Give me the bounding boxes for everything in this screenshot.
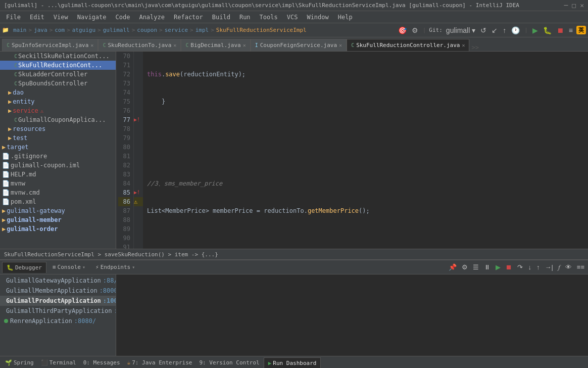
tab-spring[interactable]: 🌱 Spring	[2, 358, 37, 367]
menu-code[interactable]: Code	[112, 13, 134, 22]
debug-btn[interactable]: 🐛	[542, 26, 553, 35]
close-btn[interactable]: ✕	[580, 2, 584, 9]
sidebar-item-gulimallcoupon[interactable]: C GulimallCouponApplica...	[0, 115, 116, 124]
run-item-thirdparty[interactable]: GulimallThirdPartyApplication :30000/	[0, 306, 116, 316]
layout-btn[interactable]: ☰	[471, 263, 480, 271]
run-btn[interactable]: ▶	[531, 26, 540, 35]
sidebar-item-iml[interactable]: 📄 gulimall-coupon.iml	[0, 161, 116, 170]
menu-analyze[interactable]: Analyze	[135, 13, 169, 22]
step-out-btn[interactable]: ↑	[535, 263, 542, 271]
maximize-btn[interactable]: □	[572, 2, 576, 9]
nav-main[interactable]: main	[12, 27, 28, 33]
tab-spuinfo[interactable]: C SpuInfoServiceImpl.java ✕	[2, 39, 98, 51]
tab-close-bigdecimal[interactable]: ✕	[243, 42, 246, 48]
endpoints-dropdown[interactable]: ▾	[132, 264, 135, 270]
bottom-tab-endpoints[interactable]: ⚡ Endpoints ▾	[91, 262, 139, 273]
menu-run[interactable]: Run	[235, 13, 255, 22]
nav-com[interactable]: com	[54, 27, 66, 33]
sidebar-item-dao[interactable]: ▶ dao	[0, 88, 116, 97]
sidebar-item-test[interactable]: ▶ test	[0, 133, 116, 143]
menu-file[interactable]: File	[2, 13, 25, 22]
tab-java-enterprise[interactable]: ☕ 7: Java Enterprise	[124, 358, 195, 367]
debug-watches-btn[interactable]: 👁	[564, 263, 573, 271]
nav-atguigu[interactable]: atguigu	[71, 27, 96, 33]
run-to-cursor-btn[interactable]: →|	[543, 263, 554, 271]
stop-btn[interactable]: ⏹	[555, 26, 565, 35]
run-item-member[interactable]: GulimallMemberApplication :8000/	[0, 286, 116, 296]
tab-messages[interactable]: 0: Messages	[80, 358, 123, 367]
tab-bigdecimal[interactable]: C BigDecimal.java ✕	[181, 39, 250, 51]
sidebar-item-spubounds[interactable]: C SpuBoundsController	[0, 79, 116, 88]
bottom-tab-debugger[interactable]: 🐛 Debugger	[2, 262, 46, 273]
lang-toggle[interactable]: 英	[576, 26, 586, 34]
menu-build[interactable]: Build	[208, 13, 234, 22]
run-item-gateway[interactable]: GulimallGatewayApplication :88/	[0, 275, 116, 286]
nav-java[interactable]: java	[33, 27, 48, 33]
nav-class[interactable]: SkuFullReductionServiceImpl	[215, 27, 308, 33]
menu-window[interactable]: Window	[303, 13, 332, 22]
menu-navigate[interactable]: Navigate	[73, 13, 111, 22]
code-content[interactable]: this.save(reductionEntity); } //3、sms_me…	[143, 52, 588, 249]
nav-settings-icon[interactable]: ⚙	[410, 26, 420, 35]
sidebar-item-resources[interactable]: ▶ resources	[0, 124, 116, 133]
tab-terminal[interactable]: ⬛ Terminal	[38, 358, 79, 367]
run-item-product[interactable]: GulimallProductApplication :10000/	[0, 296, 116, 306]
menu-refactor[interactable]: Refactor	[170, 13, 207, 22]
sidebar-item-entity[interactable]: ▶ entity	[0, 97, 116, 106]
sidebar-item-skufull[interactable]: C SkuFullReductionCont...	[0, 61, 116, 70]
sidebar-item-helpmd[interactable]: 📄 HELP.md	[0, 170, 116, 179]
resume-btn[interactable]: ▶	[494, 263, 502, 271]
bottom-tab-console[interactable]: ≡ Console ▾	[48, 262, 89, 273]
tab-run-dashboard[interactable]: ▶ Run Dashboard	[264, 357, 321, 369]
nav-coupon[interactable]: coupon	[136, 27, 158, 33]
tab-skufullreduction[interactable]: C SkuFullReductionController.java ✕	[347, 39, 469, 51]
tab-skureduction[interactable]: C SkuReductionTo.java ✕	[98, 39, 181, 51]
tab-version-control[interactable]: 9: Version Control	[196, 358, 262, 367]
sidebar-item-member[interactable]: ▶ gulimall-member	[0, 215, 116, 224]
run-item-renren[interactable]: RenrenApplication :8080/	[0, 316, 116, 326]
sidebar-item-order[interactable]: ▶ gulimall-order	[0, 224, 116, 234]
git-branch-btn[interactable]: gulimall ▾	[445, 26, 477, 35]
sidebar-item-gateway[interactable]: ▶ gulimall-gateway	[0, 206, 116, 215]
sidebar-item-service[interactable]: ▶ service ⚠	[0, 106, 116, 115]
sidebar-item-seckill[interactable]: C SeckillSkuRelationCont...	[0, 52, 116, 61]
tab-close-skufull[interactable]: ✕	[462, 42, 465, 48]
nav-service[interactable]: service	[164, 27, 189, 33]
sidebar-item-mvnwcmd[interactable]: 📄 mvnw.cmd	[0, 188, 116, 197]
menu-tools[interactable]: Tools	[256, 13, 282, 22]
code-editor[interactable]: 70 71 72 73 74 75 76 77 78 79 80 81 82 8…	[116, 52, 588, 249]
tab-close-spuinfo[interactable]: ✕	[90, 42, 93, 48]
sidebar-item-gitignore[interactable]: 📄 .gitignore	[0, 152, 116, 161]
sidebar-item-target[interactable]: ▶ target	[0, 143, 116, 152]
menu-view[interactable]: View	[50, 13, 72, 22]
git-update[interactable]: ↙	[490, 26, 499, 35]
sidebar-item-pomxml[interactable]: 📄 pom.xml	[0, 197, 116, 206]
settings-btn[interactable]: ⚙	[460, 263, 469, 271]
git-push[interactable]: ↑	[501, 26, 508, 35]
nav-gulimall[interactable]: gulimall	[102, 27, 131, 33]
git-label: Git:	[429, 27, 443, 33]
nav-target-icon[interactable]: 🎯	[397, 26, 408, 35]
git-refresh[interactable]: ↺	[479, 26, 488, 35]
nav-more[interactable]: ≡	[567, 26, 574, 35]
tab-close-coupon[interactable]: ✕	[339, 42, 342, 48]
sidebar-item-skuladder[interactable]: C SkuLadderController	[0, 70, 116, 79]
stop-debug-btn[interactable]: ⏹	[504, 263, 514, 271]
sidebar-item-mvnw[interactable]: 📄 mvnw	[0, 179, 116, 188]
menu-help[interactable]: Help	[334, 13, 357, 22]
minimize-btn[interactable]: ─	[564, 2, 568, 9]
git-history[interactable]: 🕐	[510, 26, 521, 35]
nav-impl[interactable]: impl	[194, 27, 210, 33]
pin-btn[interactable]: 📌	[447, 263, 458, 271]
console-dropdown[interactable]: ▾	[82, 264, 85, 270]
tab-couponfeignservice[interactable]: I CouponFeignService.java ✕	[251, 39, 347, 51]
tab-more[interactable]: >>	[471, 44, 478, 51]
step-over-btn[interactable]: ↷	[516, 263, 524, 271]
step-into-btn[interactable]: ↓	[526, 263, 533, 271]
frames-btn[interactable]: ≡≡	[575, 263, 586, 271]
evaluate-btn[interactable]: 𝑓	[557, 263, 562, 272]
tab-close-skureduction[interactable]: ✕	[173, 42, 176, 48]
menu-edit[interactable]: Edit	[26, 13, 48, 22]
menu-vcs[interactable]: VCS	[283, 13, 302, 22]
suspend-btn[interactable]: ⏸	[482, 263, 492, 271]
